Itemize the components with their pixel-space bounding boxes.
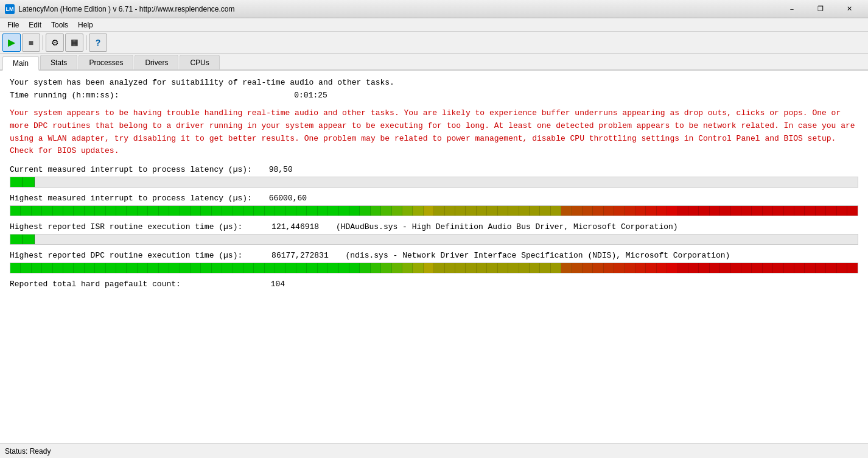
toolbar: ▶ ■ ⚙ ▦ ? — [0, 32, 868, 54]
toolbar-separator-1 — [43, 35, 43, 50]
menu-tools[interactable]: Tools — [46, 18, 73, 31]
tab-cpus[interactable]: CPUs — [180, 55, 219, 69]
tab-main[interactable]: Main — [2, 56, 39, 71]
metric-row-1: Current measured interrupt to process la… — [10, 165, 858, 174]
play-button[interactable]: ▶ — [2, 33, 21, 52]
metric-label-4: Highest reported DPC routine execution t… — [10, 251, 858, 260]
metric-value-5: 104 — [271, 280, 285, 289]
restore-button[interactable]: ❐ — [807, 0, 835, 18]
close-button[interactable]: ✕ — [835, 0, 863, 18]
metric-label-2: Highest measured interrupt to process la… — [10, 194, 858, 203]
title-bar-left: LM LatencyMon (Home Edition ) v 6.71 - h… — [5, 4, 235, 14]
menu-help[interactable]: Help — [73, 18, 98, 31]
time-running-value: 0:01:25 — [294, 91, 327, 100]
warning-text: Your system appears to be having trouble… — [10, 107, 858, 158]
help-button[interactable]: ? — [89, 33, 107, 52]
metric-row-3: Highest reported ISR routine execution t… — [10, 222, 858, 231]
progress-bar-1 — [10, 177, 858, 188]
toolbar-separator-2 — [86, 35, 86, 50]
tab-processes[interactable]: Processes — [79, 55, 133, 69]
progress-bar-3 — [10, 234, 858, 245]
menu-edit[interactable]: Edit — [24, 18, 46, 31]
system-analyzed-text: Your system has been analyzed for suitab… — [10, 78, 858, 87]
status-text: Status: Ready — [5, 447, 51, 456]
metric-label-5: Reported total hard pagefault count: 104 — [10, 280, 858, 289]
metric-row-2: Highest measured interrupt to process la… — [10, 194, 858, 203]
stop-button[interactable]: ■ — [22, 33, 40, 52]
title-controls: − ❐ ✕ — [778, 0, 863, 18]
metric-row-5: Reported total hard pagefault count: 104 — [10, 280, 858, 289]
settings-button[interactable]: ⚙ — [46, 33, 64, 52]
tab-drivers[interactable]: Drivers — [135, 55, 178, 69]
tab-stats[interactable]: Stats — [40, 55, 77, 69]
progress-bar-4 — [10, 262, 858, 273]
metric-label-3: Highest reported ISR routine execution t… — [10, 222, 858, 231]
metric-value-4: 86177,272831 — [271, 251, 329, 260]
app-icon: LM — [5, 4, 15, 14]
time-running-label: Time running (h:mm:ss): — [10, 91, 119, 100]
metric-driver-3: (HDAudBus.sys - High Definition Audio Bu… — [336, 222, 678, 231]
progress-bar-2 — [10, 205, 858, 216]
time-running-row: Time running (h:mm:ss): 0:01:25 — [10, 91, 858, 100]
main-content: Your system has been analyzed for suitab… — [0, 71, 868, 443]
metric-driver-4: (ndis.sys - Network Driver Interface Spe… — [346, 251, 730, 260]
title-bar: LM LatencyMon (Home Edition ) v 6.71 - h… — [0, 0, 868, 18]
status-bar: Status: Ready — [0, 443, 868, 458]
monitor-button[interactable]: ▦ — [65, 33, 83, 52]
minimize-button[interactable]: − — [778, 0, 806, 18]
metric-label-1: Current measured interrupt to process la… — [10, 165, 858, 174]
menu-file[interactable]: File — [2, 18, 24, 31]
metric-value-2: 66000,60 — [269, 194, 307, 203]
metric-row-4: Highest reported DPC routine execution t… — [10, 251, 858, 260]
metric-value-3: 121,446918 — [271, 222, 319, 231]
menu-bar: File Edit Tools Help — [0, 18, 868, 32]
title-text: LatencyMon (Home Edition ) v 6.71 - http… — [18, 5, 235, 13]
metric-value-1: 98,50 — [269, 165, 293, 174]
tabs: Main Stats Processes Drivers CPUs — [0, 54, 868, 71]
